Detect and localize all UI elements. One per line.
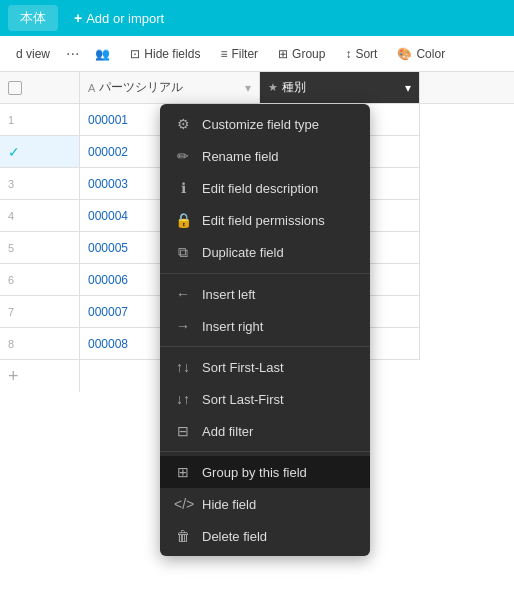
top-bar: 本体 + Add or import — [0, 0, 514, 36]
frozen-row-7[interactable]: 7 — [0, 296, 79, 328]
menu-insert-right[interactable]: → Insert right — [160, 310, 370, 342]
star-field-icon: ★ — [268, 81, 278, 94]
insert-left-icon: ← — [174, 286, 192, 302]
filter-icon: ≡ — [220, 47, 227, 61]
add-import-button[interactable]: + Add or import — [66, 6, 172, 30]
duplicate-icon: ⧉ — [174, 244, 192, 261]
select-all-checkbox[interactable] — [8, 81, 22, 95]
toolbar-filter[interactable]: ≡ Filter — [212, 43, 266, 65]
menu-item-label: Edit field permissions — [202, 213, 325, 228]
toolbar-sort[interactable]: ↕ Sort — [337, 43, 385, 65]
lock-icon: 🔒 — [174, 212, 192, 228]
menu-item-label: Sort First-Last — [202, 360, 284, 375]
col-header-parts-serial[interactable]: A パーツシリアル ▾ — [80, 72, 260, 103]
plus-icon: + — [74, 10, 82, 26]
menu-divider-2 — [160, 346, 370, 347]
frozen-row-1[interactable]: 1 — [0, 104, 79, 136]
menu-item-label: Insert right — [202, 319, 263, 334]
toolbar-more-button[interactable]: ··· — [62, 41, 83, 67]
menu-item-label: Duplicate field — [202, 245, 284, 260]
toolbar-color[interactable]: 🎨 Color — [389, 43, 453, 65]
group-icon: ⊞ — [278, 47, 288, 61]
info-icon: ℹ — [174, 180, 192, 196]
view-label: d view — [16, 47, 50, 61]
menu-divider-1 — [160, 273, 370, 274]
menu-customize-field-type[interactable]: ⚙ Customize field type — [160, 108, 370, 140]
add-row-button[interactable]: + — [0, 360, 79, 392]
col-header-type[interactable]: ★ 種別 ▾ — [260, 72, 420, 103]
table-container: 1 ✓ 3 4 5 6 7 8 + A パーツシリアル — [0, 72, 514, 392]
menu-rename-field[interactable]: ✏ Rename field — [160, 140, 370, 172]
frozen-row-6[interactable]: 6 — [0, 264, 79, 296]
col2-label: 種別 — [282, 79, 306, 96]
frozen-row-2[interactable]: ✓ — [0, 136, 79, 168]
toolbar-hide-fields[interactable]: ⊡ Hide fields — [122, 43, 208, 65]
add-import-label: Add or import — [86, 11, 164, 26]
menu-sort-first-last[interactable]: ↑↓ Sort First-Last — [160, 351, 370, 383]
frozen-column: 1 ✓ 3 4 5 6 7 8 + — [0, 72, 80, 392]
frozen-row-5[interactable]: 5 — [0, 232, 79, 264]
menu-item-label: Rename field — [202, 149, 279, 164]
menu-duplicate-field[interactable]: ⧉ Duplicate field — [160, 236, 370, 269]
frozen-row-3[interactable]: 3 — [0, 168, 79, 200]
frozen-row-8[interactable]: 8 — [0, 328, 79, 360]
toolbar: d view ··· 👥 ⊡ Hide fields ≡ Filter ⊞ Gr… — [0, 36, 514, 72]
sort-icon: ↕ — [345, 47, 351, 61]
hide-icon: ⊡ — [130, 47, 140, 61]
menu-item-label: Insert left — [202, 287, 255, 302]
toolbar-group[interactable]: ⊞ Group — [270, 43, 333, 65]
col1-dropdown-icon: ▾ — [245, 81, 251, 95]
customize-icon: ⚙ — [174, 116, 192, 132]
insert-right-icon: → — [174, 318, 192, 334]
field-context-menu: ⚙ Customize field type ✏ Rename field ℹ … — [160, 104, 370, 392]
toolbar-people[interactable]: 👥 — [87, 43, 118, 65]
color-icon: 🎨 — [397, 47, 412, 61]
menu-item-label: Sort Last-First — [202, 392, 284, 393]
frozen-row-4[interactable]: 4 — [0, 200, 79, 232]
col2-dropdown-icon: ▾ — [405, 81, 411, 95]
rename-icon: ✏ — [174, 148, 192, 164]
menu-edit-field-permissions[interactable]: 🔒 Edit field permissions — [160, 204, 370, 236]
col1-label: パーツシリアル — [99, 79, 183, 96]
menu-insert-left[interactable]: ← Insert left — [160, 278, 370, 310]
toolbar-view[interactable]: d view — [8, 43, 58, 65]
main-table: A パーツシリアル ▾ ★ 種別 ▾ 000001 000002 000003 … — [80, 72, 514, 392]
menu-item-label: Customize field type — [202, 117, 319, 132]
column-headers: A パーツシリアル ▾ ★ 種別 ▾ — [80, 72, 514, 104]
frozen-header — [0, 72, 79, 104]
main-tab[interactable]: 本体 — [8, 5, 58, 31]
sort-asc-icon: ↑↓ — [174, 359, 192, 375]
menu-edit-field-description[interactable]: ℹ Edit field description — [160, 172, 370, 204]
menu-item-label: Edit field description — [202, 181, 318, 196]
sort-desc-icon: ↓↑ — [174, 391, 192, 392]
people-icon: 👥 — [95, 47, 110, 61]
menu-sort-last-first[interactable]: ↓↑ Sort Last-First — [160, 383, 370, 392]
text-field-icon: A — [88, 82, 95, 94]
